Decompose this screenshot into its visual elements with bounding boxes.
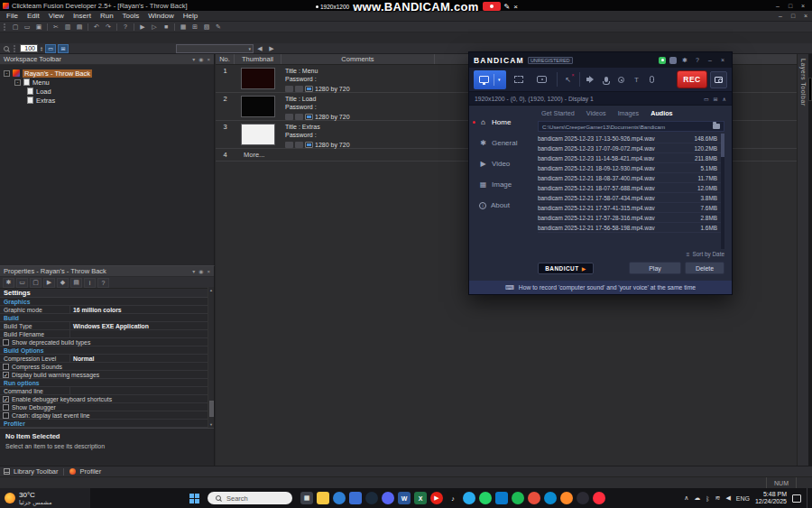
checkbox[interactable]: ✓ [3, 396, 9, 402]
mouse-effects-button[interactable] [646, 71, 659, 88]
transition-icon[interactable] [295, 142, 303, 148]
property-section[interactable]: Build Options [0, 346, 214, 355]
edge-icon[interactable] [544, 492, 557, 504]
property-checkbox-row[interactable]: Crash: display last event line [0, 411, 214, 420]
menu-window[interactable]: Window [143, 11, 178, 21]
file-explorer-icon[interactable] [317, 492, 329, 504]
text-overlay-button[interactable]: T [631, 71, 643, 88]
tiktok-icon[interactable]: ♪ [447, 492, 459, 504]
undo-button[interactable]: ↶ [91, 23, 102, 32]
library-toolbar-tab[interactable]: Library Toolbar [14, 467, 58, 476]
display-tab-icon[interactable]: ▭ [16, 278, 28, 288]
menu-tools[interactable]: Tools [118, 11, 144, 21]
property-checkbox-row[interactable]: Show Debugger [0, 403, 214, 411]
cut-button[interactable]: ✂ [51, 23, 61, 32]
property-section[interactable]: Graphics [0, 298, 214, 306]
next-frame-button[interactable]: ▶ [266, 44, 277, 53]
zoom-window-button[interactable]: ⊞ [58, 44, 69, 53]
property-row[interactable]: Build Filename [0, 330, 214, 338]
microsoft-store-icon[interactable] [333, 492, 346, 504]
excel-icon[interactable]: X [414, 492, 427, 504]
more-frames-label[interactable]: More... [235, 149, 264, 161]
panel-close-icon[interactable]: × [207, 57, 210, 62]
volume-icon[interactable]: ◀ [725, 494, 730, 502]
screen-recording-mode-button[interactable]: ▾ [474, 70, 506, 89]
open-button[interactable]: ▭ [22, 23, 32, 32]
child-close-button[interactable]: × [799, 11, 812, 21]
property-checkbox-row[interactable]: ✓Display build warning messages [0, 371, 214, 379]
bluetooth-icon[interactable]: ᛒ [706, 495, 709, 502]
menu-help[interactable]: Help [179, 11, 202, 21]
record-button[interactable]: REC [677, 70, 707, 88]
scrollbar-thumb[interactable] [721, 134, 724, 157]
transition-icon[interactable] [295, 114, 303, 120]
menu-view[interactable]: View [44, 11, 69, 21]
toolbar-grip[interactable] [4, 23, 7, 31]
tab-audios[interactable]: Audios [651, 109, 672, 117]
watermark-close-icon[interactable]: × [513, 3, 518, 11]
frame-thumbnail[interactable] [241, 68, 275, 89]
runtime-tab-icon[interactable]: ▶ [43, 278, 55, 288]
about-tab-icon[interactable]: i [84, 278, 96, 288]
minimize-button[interactable]: – [771, 1, 784, 10]
toolbar-grip[interactable] [14, 45, 17, 52]
close-button[interactable]: × [797, 1, 809, 10]
collapse-icon[interactable]: ∧ [723, 96, 726, 102]
frame-thumbnail[interactable] [241, 96, 275, 117]
scrollbar-thumb[interactable] [209, 401, 214, 417]
region-select-icon[interactable]: ⊞ [714, 96, 718, 102]
transition-icon[interactable] [295, 86, 303, 92]
picture-editor-button[interactable]: ✎ [213, 23, 224, 32]
show-desktop-button[interactable] [807, 488, 810, 508]
menu-file[interactable]: File [2, 11, 23, 21]
zoom-spinner[interactable]: ▲▼ [40, 46, 43, 51]
file-row[interactable]: bandicam 2025-12-21 17-57-28-316.mp4.wav… [538, 213, 724, 223]
file-row[interactable]: bandicam 2025-12-21 17-56-58-198.mp4.wav… [538, 223, 724, 233]
mode-dropdown-icon[interactable]: ▾ [494, 74, 501, 86]
settings-tab-icon[interactable]: ✱ [3, 278, 14, 288]
window-tab-icon[interactable]: ▢ [30, 278, 42, 288]
sidebar-item-about[interactable]: iAbout [469, 195, 536, 216]
file-row[interactable]: bandicam 2025-12-21 17-58-07-434.mp4.wav… [538, 193, 724, 203]
panel-pin-icon[interactable]: ◉ [198, 268, 203, 274]
tab-get-started[interactable]: Get Started [541, 109, 575, 117]
display-select-icon[interactable]: ▭ [704, 96, 709, 102]
tree-item-application[interactable]: - Rayan's - Throw Back [0, 69, 214, 78]
property-row[interactable]: Compression LevelNormal [0, 355, 214, 363]
help-tab-icon[interactable]: ? [97, 278, 109, 288]
checkbox[interactable] [3, 404, 9, 411]
run-application-button[interactable]: ▶ [137, 23, 148, 32]
help-icon[interactable]: ? [693, 57, 702, 63]
checkbox[interactable] [3, 412, 9, 419]
checkbox[interactable] [3, 364, 9, 370]
minimize-icon[interactable]: – [706, 57, 715, 63]
hidden-icons-chevron[interactable]: ∧ [684, 494, 688, 502]
restore-button[interactable]: □ [784, 1, 797, 10]
tab-images[interactable]: Images [618, 109, 640, 117]
chrome-icon[interactable] [528, 492, 540, 504]
expander-icon[interactable]: - [14, 79, 21, 86]
file-row[interactable]: bandicam 2025-12-23 17-13-50-926.mp4.wav… [538, 134, 724, 143]
delete-button[interactable]: Delete [685, 262, 724, 274]
tree-item-frame-load[interactable]: Load [0, 87, 214, 96]
game-recording-mode-button[interactable] [509, 70, 529, 89]
youtube-icon[interactable]: ▶ [430, 492, 443, 504]
play-button[interactable]: Play [629, 262, 681, 274]
folder-icon[interactable] [713, 124, 720, 129]
new-button[interactable]: ▢ [10, 23, 21, 32]
property-section[interactable]: Run options [0, 379, 214, 387]
task-view-icon[interactable]: ▦ [300, 492, 313, 504]
speaker-button[interactable] [585, 71, 597, 88]
output-folder-path[interactable]: C:\Users\CreeperGamer13\Documents\Bandic… [538, 121, 724, 132]
no-cursor-button[interactable]: ↖× [562, 71, 575, 88]
word-icon[interactable]: W [398, 492, 411, 504]
run-frame-button[interactable]: ▷ [149, 23, 160, 32]
save-button[interactable]: ▣ [33, 23, 44, 32]
tab-videos[interactable]: Videos [586, 109, 606, 117]
menu-edit[interactable]: Edit [23, 11, 44, 21]
frame-selector-dropdown[interactable]: ▾ [176, 44, 254, 53]
pencil-icon[interactable]: ✎ [504, 3, 511, 11]
scroll-down-icon[interactable]: ▼ [208, 421, 214, 428]
vscode-icon[interactable] [495, 492, 508, 504]
opera-icon[interactable] [593, 492, 605, 504]
